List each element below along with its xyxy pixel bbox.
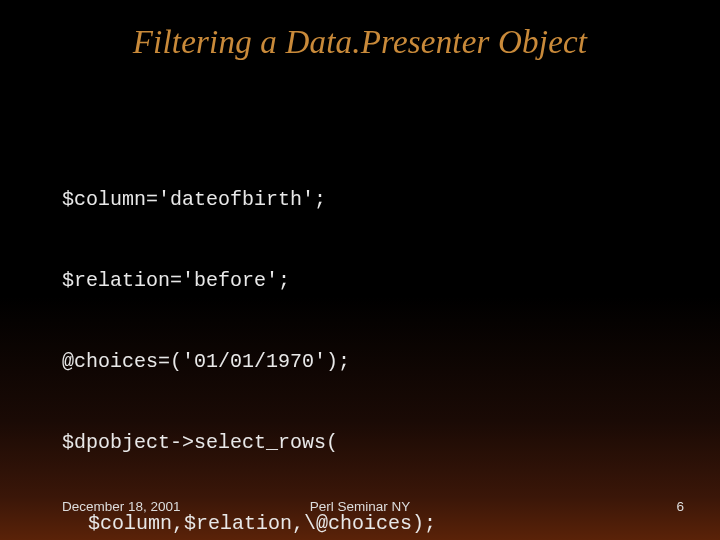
footer-seminar: Perl Seminar NY bbox=[0, 499, 720, 514]
code-line-2: $relation='before'; bbox=[62, 267, 436, 294]
footer-page-number: 6 bbox=[676, 499, 684, 514]
code-line-3: @choices=('01/01/1970'); bbox=[62, 348, 436, 375]
slide: Filtering a Data.Presenter Object $colum… bbox=[0, 0, 720, 540]
code-line-1: $column='dateofbirth'; bbox=[62, 186, 436, 213]
slide-title: Filtering a Data.Presenter Object bbox=[0, 24, 720, 61]
code-line-5: $column,$relation,\@choices); bbox=[88, 510, 436, 537]
code-block: $column='dateofbirth'; $relation='before… bbox=[62, 132, 436, 540]
code-line-4: $dpobject->select_rows( bbox=[62, 429, 436, 456]
